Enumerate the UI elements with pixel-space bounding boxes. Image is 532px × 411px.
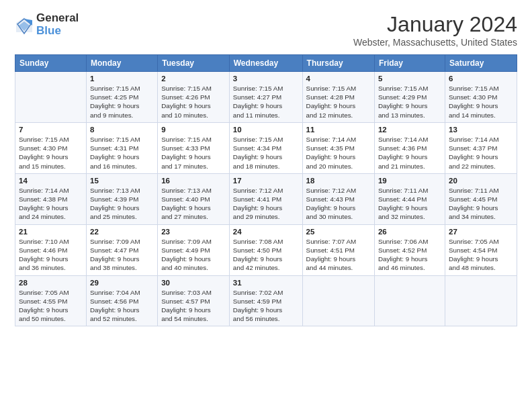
day-number: 16	[161, 177, 226, 185]
header: General Blue January 2024 Webster, Massa…	[15, 12, 517, 48]
day-number: 25	[306, 228, 371, 236]
calendar-cell: 30Sunrise: 7:03 AMSunset: 4:57 PMDayligh…	[158, 275, 230, 326]
logo-blue-text: Blue	[36, 25, 79, 38]
col-thursday: Thursday	[302, 55, 374, 72]
day-number: 28	[19, 279, 83, 287]
calendar-cell: 25Sunrise: 7:07 AMSunset: 4:51 PMDayligh…	[302, 224, 374, 275]
day-number: 1	[90, 75, 154, 83]
calendar-cell: 26Sunrise: 7:06 AMSunset: 4:52 PMDayligh…	[374, 224, 445, 275]
day-info: Sunrise: 7:14 AMSunset: 4:36 PMDaylight:…	[378, 135, 441, 171]
calendar-page: General Blue January 2024 Webster, Massa…	[0, 0, 532, 411]
calendar-cell: 12Sunrise: 7:14 AMSunset: 4:36 PMDayligh…	[374, 122, 445, 173]
day-info: Sunrise: 7:15 AMSunset: 4:34 PMDaylight:…	[233, 135, 299, 171]
day-info: Sunrise: 7:15 AMSunset: 4:30 PMDaylight:…	[449, 84, 513, 120]
calendar-cell: 14Sunrise: 7:14 AMSunset: 4:38 PMDayligh…	[15, 173, 87, 224]
day-number: 19	[378, 177, 441, 185]
day-number: 12	[378, 126, 441, 134]
calendar-cell: 16Sunrise: 7:13 AMSunset: 4:40 PMDayligh…	[158, 173, 230, 224]
day-info: Sunrise: 7:05 AMSunset: 4:54 PMDaylight:…	[449, 237, 513, 273]
calendar-cell	[374, 275, 445, 326]
calendar-cell: 27Sunrise: 7:05 AMSunset: 4:54 PMDayligh…	[445, 224, 517, 275]
calendar-cell: 9Sunrise: 7:15 AMSunset: 4:33 PMDaylight…	[158, 122, 230, 173]
week-row-3: 14Sunrise: 7:14 AMSunset: 4:38 PMDayligh…	[15, 173, 517, 224]
day-number: 27	[449, 228, 513, 236]
day-number: 29	[90, 279, 154, 287]
calendar-cell: 10Sunrise: 7:15 AMSunset: 4:34 PMDayligh…	[229, 122, 302, 173]
calendar-cell: 31Sunrise: 7:02 AMSunset: 4:59 PMDayligh…	[229, 275, 302, 326]
day-info: Sunrise: 7:14 AMSunset: 4:37 PMDaylight:…	[449, 135, 513, 171]
day-number: 23	[161, 228, 226, 236]
day-info: Sunrise: 7:15 AMSunset: 4:25 PMDaylight:…	[90, 84, 154, 120]
day-info: Sunrise: 7:07 AMSunset: 4:51 PMDaylight:…	[306, 237, 371, 273]
day-info: Sunrise: 7:09 AMSunset: 4:47 PMDaylight:…	[90, 237, 154, 273]
col-wednesday: Wednesday	[229, 55, 302, 72]
logo-icon	[15, 16, 34, 35]
calendar-cell: 29Sunrise: 7:04 AMSunset: 4:56 PMDayligh…	[86, 275, 157, 326]
logo-text: General Blue	[36, 12, 79, 37]
day-number: 21	[19, 228, 83, 236]
day-info: Sunrise: 7:13 AMSunset: 4:39 PMDaylight:…	[90, 186, 154, 222]
col-monday: Monday	[86, 55, 157, 72]
logo: General Blue	[15, 12, 79, 37]
calendar-cell: 2Sunrise: 7:15 AMSunset: 4:26 PMDaylight…	[158, 72, 230, 123]
day-info: Sunrise: 7:10 AMSunset: 4:46 PMDaylight:…	[19, 237, 83, 273]
day-info: Sunrise: 7:02 AMSunset: 4:59 PMDaylight:…	[233, 288, 299, 324]
calendar-cell: 28Sunrise: 7:05 AMSunset: 4:55 PMDayligh…	[15, 275, 87, 326]
calendar-cell: 22Sunrise: 7:09 AMSunset: 4:47 PMDayligh…	[86, 224, 157, 275]
calendar-table: Sunday Monday Tuesday Wednesday Thursday…	[15, 54, 517, 326]
col-sunday: Sunday	[15, 55, 87, 72]
header-row: Sunday Monday Tuesday Wednesday Thursday…	[15, 55, 517, 72]
day-number: 31	[233, 279, 299, 287]
day-number: 26	[378, 228, 441, 236]
calendar-cell: 17Sunrise: 7:12 AMSunset: 4:41 PMDayligh…	[229, 173, 302, 224]
calendar-cell: 19Sunrise: 7:11 AMSunset: 4:44 PMDayligh…	[374, 173, 445, 224]
day-number: 9	[161, 126, 226, 134]
week-row-4: 21Sunrise: 7:10 AMSunset: 4:46 PMDayligh…	[15, 224, 517, 275]
calendar-cell	[15, 72, 87, 123]
week-row-2: 7Sunrise: 7:15 AMSunset: 4:30 PMDaylight…	[15, 122, 517, 173]
col-tuesday: Tuesday	[158, 55, 230, 72]
day-info: Sunrise: 7:12 AMSunset: 4:41 PMDaylight:…	[233, 186, 299, 222]
calendar-cell	[302, 275, 374, 326]
day-number: 17	[233, 177, 299, 185]
day-info: Sunrise: 7:15 AMSunset: 4:29 PMDaylight:…	[378, 84, 441, 120]
day-info: Sunrise: 7:04 AMSunset: 4:56 PMDaylight:…	[90, 288, 154, 324]
title-block: January 2024 Webster, Massachusetts, Uni…	[353, 12, 517, 48]
day-info: Sunrise: 7:15 AMSunset: 4:28 PMDaylight:…	[306, 84, 371, 120]
logo-general-text: General	[36, 12, 79, 25]
day-number: 20	[449, 177, 513, 185]
calendar-cell: 20Sunrise: 7:11 AMSunset: 4:45 PMDayligh…	[445, 173, 517, 224]
day-info: Sunrise: 7:14 AMSunset: 4:35 PMDaylight:…	[306, 135, 371, 171]
day-number: 3	[233, 75, 299, 83]
calendar-cell: 15Sunrise: 7:13 AMSunset: 4:39 PMDayligh…	[86, 173, 157, 224]
calendar-cell: 24Sunrise: 7:08 AMSunset: 4:50 PMDayligh…	[229, 224, 302, 275]
day-number: 7	[19, 126, 83, 134]
calendar-cell: 13Sunrise: 7:14 AMSunset: 4:37 PMDayligh…	[445, 122, 517, 173]
calendar-cell: 23Sunrise: 7:09 AMSunset: 4:49 PMDayligh…	[158, 224, 230, 275]
day-number: 24	[233, 228, 299, 236]
week-row-1: 1Sunrise: 7:15 AMSunset: 4:25 PMDaylight…	[15, 72, 517, 123]
day-info: Sunrise: 7:15 AMSunset: 4:31 PMDaylight:…	[90, 135, 154, 171]
day-number: 8	[90, 126, 154, 134]
day-info: Sunrise: 7:15 AMSunset: 4:30 PMDaylight:…	[19, 135, 83, 171]
calendar-cell: 7Sunrise: 7:15 AMSunset: 4:30 PMDaylight…	[15, 122, 87, 173]
col-saturday: Saturday	[445, 55, 517, 72]
day-number: 6	[449, 75, 513, 83]
calendar-cell: 4Sunrise: 7:15 AMSunset: 4:28 PMDaylight…	[302, 72, 374, 123]
day-info: Sunrise: 7:11 AMSunset: 4:45 PMDaylight:…	[449, 186, 513, 222]
day-info: Sunrise: 7:14 AMSunset: 4:38 PMDaylight:…	[19, 186, 83, 222]
day-number: 14	[19, 177, 83, 185]
calendar-cell: 6Sunrise: 7:15 AMSunset: 4:30 PMDaylight…	[445, 72, 517, 123]
day-info: Sunrise: 7:15 AMSunset: 4:27 PMDaylight:…	[233, 84, 299, 120]
location-subtitle: Webster, Massachusetts, United States	[353, 37, 517, 48]
day-info: Sunrise: 7:11 AMSunset: 4:44 PMDaylight:…	[378, 186, 441, 222]
month-year-title: January 2024	[353, 12, 517, 37]
calendar-cell: 11Sunrise: 7:14 AMSunset: 4:35 PMDayligh…	[302, 122, 374, 173]
day-number: 22	[90, 228, 154, 236]
calendar-cell: 1Sunrise: 7:15 AMSunset: 4:25 PMDaylight…	[86, 72, 157, 123]
day-info: Sunrise: 7:05 AMSunset: 4:55 PMDaylight:…	[19, 288, 83, 324]
calendar-cell: 21Sunrise: 7:10 AMSunset: 4:46 PMDayligh…	[15, 224, 87, 275]
calendar-cell: 3Sunrise: 7:15 AMSunset: 4:27 PMDaylight…	[229, 72, 302, 123]
day-info: Sunrise: 7:12 AMSunset: 4:43 PMDaylight:…	[306, 186, 371, 222]
day-info: Sunrise: 7:13 AMSunset: 4:40 PMDaylight:…	[161, 186, 226, 222]
